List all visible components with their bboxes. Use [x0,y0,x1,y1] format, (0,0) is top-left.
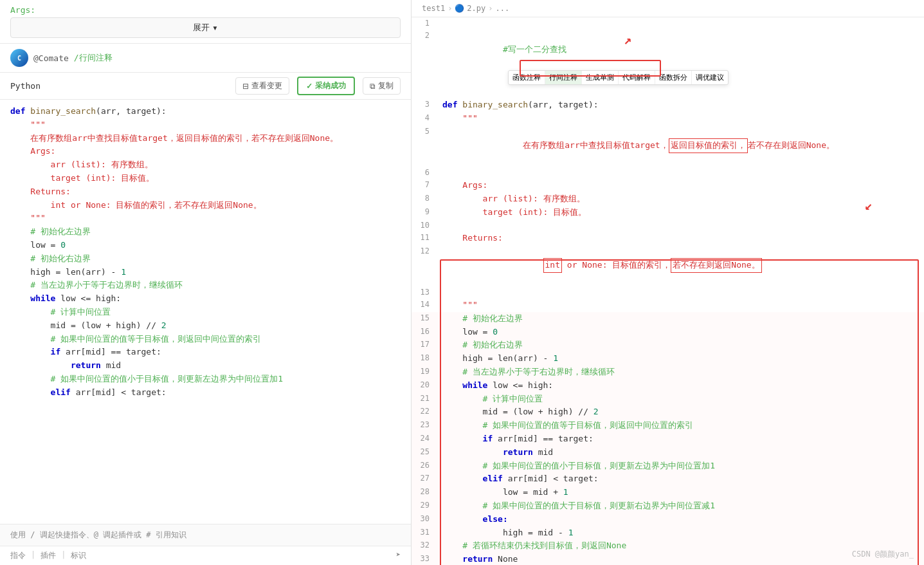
code-table: 1 2 #写一个二分查找 函数注释 行间注释 生成单测 代码解释 函数拆分 [412,17,924,565]
menu-gen-test[interactable]: 生成单测 [582,71,619,85]
table-row: 32 # 若循环结束仍未找到目标值，则返回None [412,539,924,553]
send-icon[interactable]: ➤ [396,550,401,561]
code-line: while low <= high: [10,292,401,306]
menu-func-comment[interactable]: 函数注释 [509,71,545,85]
line-number: 26 [412,459,437,473]
code-line: # 当左边界小于等于右边界时，继续循环 [10,279,401,292]
bc-more: ... [496,4,510,13]
code-line: if arr[mid] == target: [10,346,401,359]
line-content: def binary_search(arr, target): [437,98,924,112]
line-content: target (int): 目标值。 [437,206,924,219]
code-line: mid = (low + high) // 2 [10,319,401,333]
line-content [437,167,924,179]
table-row: 18 high = len(arr) - 1 [412,352,924,366]
line-content: if arr[mid] == target: [437,432,924,446]
view-changes-label: 查看变更 [251,80,282,91]
toolbar-actions: ⊟ 查看变更 ✓ 采纳成功 ⧉ 复制 [235,77,401,95]
table-row: 14 """ [412,299,924,312]
table-row: 13 [412,286,924,299]
line-number: 12 [412,245,437,286]
bc-file: 2.py [467,4,485,13]
code-line: # 初始化左边界 [10,225,401,239]
line-number: 27 [412,472,437,486]
plugin-action[interactable]: 插件 [41,550,56,561]
table-row: 23 # 如果中间位置的值等于目标值，则返回中间位置的索引 [412,419,924,432]
tag-action[interactable]: 标识 [71,550,86,561]
line-content: arr (list): 有序数组。 [437,192,924,206]
view-changes-button[interactable]: ⊟ 查看变更 [235,77,289,95]
line-number: 14 [412,299,437,312]
sep2: | [61,550,66,561]
line-number: 2 [412,30,437,98]
line-content: # 若循环结束仍未找到目标值，则返回None [437,539,924,553]
code-line: target (int): 目标值。 [10,172,401,185]
bc-sep2: › [488,4,493,13]
line-number: 32 [412,539,437,553]
line-content: high = len(arr) - 1 [437,352,924,366]
line-number: 17 [412,338,437,352]
line-content: # 初始化右边界 [437,338,924,352]
table-row: 25 return mid [412,446,924,459]
code-line: def binary_search(arr, target): [10,105,401,118]
line-number: 30 [412,513,437,526]
code-line: # 初始化右边界 [10,252,401,266]
line-number: 11 [412,232,437,245]
line-number: 10 [412,219,437,232]
line-content: return None [437,553,924,565]
table-row: 8 arr (list): 有序数组。 [412,192,924,206]
table-row: 19 # 当左边界小于等于右边界时，继续循环 [412,366,924,379]
line-content: # 如果中间位置的值小于目标值，则更新左边界为中间位置加1 [437,459,924,473]
line-number: 3 [412,98,437,112]
line-number: 5 [412,125,437,167]
expand-arrow-icon: ▼ [212,24,219,32]
table-row: 17 # 初始化右边界 [412,338,924,352]
editor-area: ↙ ↙ 1 2 #写一个二分查找 函数注释 [412,17,924,565]
breadcrumb: test1 › 🔵 2.py › ... [412,0,924,17]
table-row: 28 low = mid + 1 [412,486,924,499]
menu-explain[interactable]: 代码解释 [619,71,655,85]
inline-highlight-2: int [543,258,562,273]
table-row: 1 [412,17,924,30]
hint-text: 使用 / 调起快捷指令、@ 调起插件或 # 引用知识 [10,530,186,539]
bc-root: test1 [422,4,445,13]
adopt-label: 采纳成功 [315,80,346,91]
copy-icon: ⧉ [370,82,376,91]
bc-sep1: › [448,4,452,13]
menu-optimize[interactable]: 调优建议 [692,71,728,85]
line-number: 8 [412,192,437,206]
line-content: """ [437,299,924,312]
line-number: 4 [412,112,437,125]
line-content: # 如果中间位置的值大于目标值，则更新右边界为中间位置减1 [437,499,924,513]
table-row: 21 # 计算中间位置 [412,393,924,406]
bc-file-icon: 🔵 [455,4,464,13]
menu-line-comment[interactable]: 行间注释 [545,71,582,85]
code-line: 在有序数组arr中查找目标值target，返回目标值的索引，若不存在则返回Non… [10,132,401,145]
code-line: Args: [10,145,401,158]
line-number: 16 [412,326,437,339]
menu-split[interactable]: 函数拆分 [655,71,692,85]
code-line: low = 0 [10,239,401,252]
line-content: elif arr[mid] < target: [437,472,924,486]
cmd-action[interactable]: 指令 [10,550,26,561]
line-content [437,286,924,299]
bottom-actions: 指令 | 插件 | 标识 ➤ [0,546,411,565]
right-panel: test1 › 🔵 2.py › ... ↙ ↙ 1 2 #写一个二分查 [412,0,924,565]
line-number: 29 [412,499,437,513]
copy-label: 复制 [378,80,394,91]
inline-context-menu[interactable]: 函数注释 行间注释 生成单测 代码解释 函数拆分 调优建议 [508,70,729,86]
line-number: 33 [412,553,437,565]
copy-button[interactable]: ⧉ 复制 [363,77,401,95]
adopt-button[interactable]: ✓ 采纳成功 [297,77,355,95]
sep1: | [31,550,35,561]
line-content: 在有序数组arr中查找目标值target，返回目标值的索引，若不存在则返回Non… [437,125,924,167]
args-label: Args: [10,5,401,15]
expand-button[interactable]: 展开 ▼ [10,17,401,38]
table-row: 27 elif arr[mid] < target: [412,472,924,486]
line-content: low = 0 [437,326,924,339]
code-line: """ [10,212,401,225]
line-content: low = mid + 1 [437,486,924,499]
line-content: # 如果中间位置的值等于目标值，则返回中间位置的索引 [437,419,924,432]
code-line: high = len(arr) - 1 [10,266,401,279]
table-row: 4 """ [412,112,924,125]
line-content: # 初始化左边界 [437,312,924,326]
